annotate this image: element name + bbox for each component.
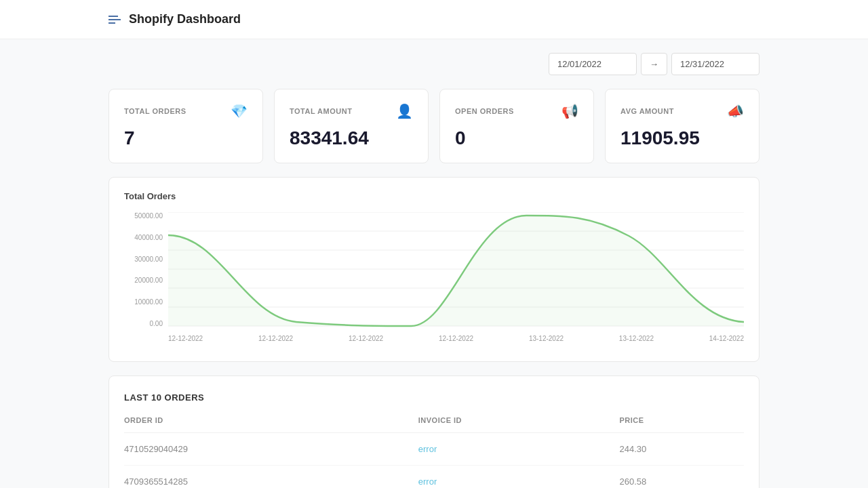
- col-header-price: PRICE: [619, 416, 744, 433]
- invoice-id-2: error: [418, 466, 620, 489]
- stats-row: TOTAL ORDERS 💎 7 TOTAL AMOUNT 👤 83341.64…: [108, 89, 760, 163]
- x-label-3: 12-12-2022: [349, 335, 383, 342]
- col-header-order-id: ORDER ID: [124, 416, 418, 433]
- price-1: 244.30: [619, 433, 744, 466]
- y-label-50000: 50000.00: [134, 212, 163, 220]
- chart-svg: [168, 212, 744, 327]
- user-plus-icon: 👤: [396, 103, 413, 119]
- stat-value-total-amount: 83341.64: [290, 127, 413, 149]
- order-id-2: 4709365514285: [124, 466, 418, 489]
- chart-area: 50000.00 40000.00 30000.00 20000.00 1000…: [124, 212, 744, 348]
- stat-header-total-orders: TOTAL ORDERS 💎: [124, 103, 248, 119]
- chart-plot: [168, 212, 744, 327]
- page-title: Shopify Dashboard: [129, 12, 241, 26]
- stat-header-avg-amount: AVG AMOUNT 📣: [620, 103, 744, 119]
- y-label-10000: 10000.00: [134, 298, 163, 306]
- stat-label-avg-amount: AVG AMOUNT: [620, 107, 674, 115]
- date-end-input[interactable]: [671, 53, 760, 75]
- y-label-20000: 20000.00: [134, 277, 163, 284]
- stat-card-avg-amount: AVG AMOUNT 📣 11905.95: [605, 89, 760, 163]
- stat-label-total-orders: TOTAL ORDERS: [124, 107, 186, 115]
- x-label-4: 12-12-2022: [439, 335, 473, 342]
- date-range-row: →: [108, 53, 760, 75]
- orders-table-head: ORDER ID INVOICE ID PRICE: [124, 416, 744, 433]
- chart-title: Total Orders: [124, 191, 744, 201]
- date-arrow-button[interactable]: →: [641, 53, 667, 75]
- table-row: 4710529040429 error 244.30: [124, 433, 744, 466]
- stat-header-open-orders: OPEN ORDERS 📢: [455, 103, 578, 119]
- stat-value-avg-amount: 11905.95: [620, 127, 744, 149]
- stat-card-total-orders: TOTAL ORDERS 💎 7: [108, 89, 263, 163]
- table-row: 4709365514285 error 260.58: [124, 466, 744, 489]
- price-2: 260.58: [619, 466, 744, 489]
- stat-card-open-orders: OPEN ORDERS 📢 0: [439, 89, 594, 163]
- menu-icon[interactable]: [108, 16, 121, 24]
- x-label-1: 12-12-2022: [168, 335, 203, 342]
- orders-table-header-row: ORDER ID INVOICE ID PRICE: [124, 416, 744, 433]
- main-content: → TOTAL ORDERS 💎 7 TOTAL AMOUNT 👤 83341.…: [0, 39, 868, 488]
- y-label-0: 0.00: [150, 320, 163, 327]
- stat-value-total-orders: 7: [124, 127, 248, 149]
- orders-card: LAST 10 ORDERS ORDER ID INVOICE ID PRICE…: [108, 375, 760, 488]
- loudspeaker-icon: 📣: [727, 103, 744, 119]
- order-id-1: 4710529040429: [124, 433, 418, 466]
- stat-card-total-amount: TOTAL AMOUNT 👤 83341.64: [274, 89, 429, 163]
- x-label-6: 13-12-2022: [619, 335, 654, 342]
- x-axis: 12-12-2022 12-12-2022 12-12-2022 12-12-2…: [168, 329, 744, 348]
- y-label-40000: 40000.00: [134, 234, 163, 241]
- y-label-30000: 30000.00: [134, 256, 163, 263]
- orders-title: LAST 10 ORDERS: [124, 392, 744, 403]
- y-axis: 50000.00 40000.00 30000.00 20000.00 1000…: [124, 212, 168, 327]
- megaphone-icon: 📢: [561, 103, 578, 119]
- stat-label-open-orders: OPEN ORDERS: [455, 107, 514, 115]
- x-label-2: 12-12-2022: [258, 335, 293, 342]
- orders-table-body: 4710529040429 error 244.30 4709365514285…: [124, 433, 744, 489]
- header: Shopify Dashboard: [0, 0, 868, 39]
- diamond-icon: 💎: [231, 103, 248, 119]
- chart-card: Total Orders 50000.00 40000.00 30000.00 …: [108, 177, 760, 362]
- x-label-7: 14-12-2022: [709, 335, 744, 342]
- x-label-5: 13-12-2022: [529, 335, 564, 342]
- orders-table: ORDER ID INVOICE ID PRICE 4710529040429 …: [124, 416, 744, 488]
- date-start-input[interactable]: [549, 53, 637, 75]
- invoice-id-1: error: [418, 433, 620, 466]
- stat-value-open-orders: 0: [455, 127, 578, 149]
- stat-header-total-amount: TOTAL AMOUNT 👤: [290, 103, 413, 119]
- col-header-invoice-id: INVOICE ID: [418, 416, 620, 433]
- stat-label-total-amount: TOTAL AMOUNT: [290, 107, 352, 115]
